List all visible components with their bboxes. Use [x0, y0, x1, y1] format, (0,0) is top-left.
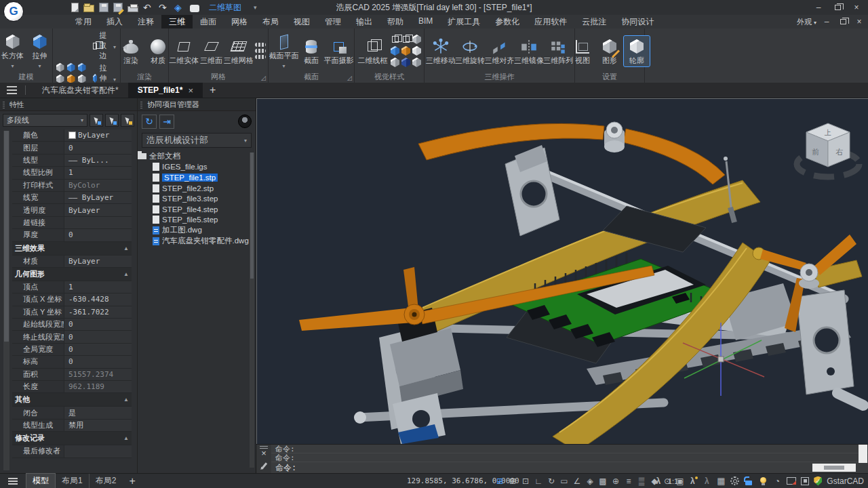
- command-grip-icon[interactable]: [260, 446, 268, 447]
- mirror3d-button[interactable]: 三维镜像: [515, 36, 542, 66]
- print-icon[interactable]: [127, 6, 138, 12]
- edge-mesh-icon[interactable]: [255, 49, 266, 53]
- osnap-icon[interactable]: ◈: [584, 476, 596, 486]
- menu-tab[interactable]: 插入: [99, 15, 130, 29]
- tree-item[interactable]: STEP_file1.stp: [138, 172, 256, 183]
- layout-tab[interactable]: 布局2: [90, 474, 123, 488]
- property-row[interactable]: 最后修改者: [12, 445, 132, 458]
- visual-style-swatch[interactable]: [392, 36, 399, 43]
- property-row[interactable]: 三维效果 ▲: [12, 242, 132, 256]
- property-row[interactable]: 面积 51557.2374: [12, 369, 132, 381]
- new-layout-button[interactable]: +: [129, 475, 135, 487]
- transparency-icon[interactable]: ▒: [635, 476, 648, 486]
- mesh3d-button[interactable]: 三维网格: [226, 36, 252, 66]
- tree-item[interactable]: STEP_file2.stp: [138, 183, 256, 194]
- appearance-menu[interactable]: 外观 ▾: [797, 17, 816, 27]
- menu-tab[interactable]: BIM: [411, 15, 440, 29]
- tree-item[interactable]: 全部文档: [138, 151, 256, 162]
- fullscreen-icon[interactable]: [801, 477, 809, 485]
- doc-close-button[interactable]: ×: [853, 16, 865, 28]
- tree-item[interactable]: STEP_file5.step: [138, 215, 256, 226]
- flatshot-button[interactable]: 平面摄影: [326, 36, 352, 66]
- organization-select[interactable]: 浩辰机械设计部▾: [142, 133, 252, 148]
- save-as-icon[interactable]: [113, 3, 123, 12]
- array3d-button[interactable]: 三维阵列: [545, 36, 572, 66]
- command-input[interactable]: 命令:: [271, 462, 868, 474]
- visual-style-swatch[interactable]: [412, 35, 421, 44]
- subtract-icon[interactable]: [67, 63, 75, 72]
- menu-tab[interactable]: 视图: [286, 15, 317, 29]
- property-row[interactable]: 其他 ▲: [12, 393, 132, 407]
- status-menu-icon[interactable]: [8, 481, 18, 482]
- center-snap-icon[interactable]: ⊕: [610, 476, 622, 486]
- display-warning-icon[interactable]: [787, 477, 796, 485]
- open-file-icon[interactable]: [83, 5, 94, 12]
- visual-style-swatch[interactable]: [403, 36, 410, 43]
- command-hscrollbar[interactable]: [812, 464, 856, 472]
- table-icon[interactable]: [716, 476, 726, 486]
- comment-icon[interactable]: [190, 5, 199, 12]
- property-row[interactable]: 材质 ByLayer: [12, 256, 132, 268]
- menu-tab[interactable]: 云批注: [574, 15, 614, 29]
- property-row[interactable]: 线型生成 禁用: [12, 420, 132, 432]
- select-object-button[interactable]: [90, 114, 103, 127]
- visual-style-swatch[interactable]: [391, 58, 399, 67]
- minimize-button[interactable]: –: [810, 1, 827, 14]
- hatch-display-icon[interactable]: ▩: [597, 476, 609, 486]
- dialog-launcher-icon[interactable]: ◿: [261, 73, 266, 83]
- move3d-button[interactable]: 三维移动: [427, 36, 454, 66]
- property-row[interactable]: 长度 962.1189: [12, 381, 132, 393]
- menu-tab[interactable]: 帮助: [380, 15, 411, 29]
- face3d-button[interactable]: 三维面: [199, 36, 224, 66]
- property-row[interactable]: 终止线段宽度 0: [12, 331, 132, 343]
- polar-tracking-icon[interactable]: ↻: [545, 476, 557, 486]
- menu-tab[interactable]: 常用: [68, 15, 99, 29]
- doc-menu-icon[interactable]: [7, 89, 17, 91]
- solid2d-button[interactable]: 二维实体: [171, 36, 197, 66]
- box-button[interactable]: 长方体: [0, 31, 26, 71]
- save-icon[interactable]: [99, 3, 108, 12]
- visual-style-swatch[interactable]: [412, 46, 421, 56]
- layout-tab[interactable]: 模型: [26, 473, 56, 488]
- menu-tab[interactable]: 输出: [349, 15, 380, 29]
- revolved-mesh-icon[interactable]: [255, 43, 266, 47]
- property-row[interactable]: 标高 0: [12, 356, 132, 368]
- properties-scrollbar[interactable]: [3, 131, 9, 470]
- section-button[interactable]: 截面: [298, 36, 324, 66]
- extract-edges-button[interactable]: 提取边: [91, 30, 118, 62]
- wireframe2d-button[interactable]: 二维线框: [357, 36, 389, 66]
- annotation-person-icon[interactable]: [654, 476, 663, 486]
- property-row[interactable]: 线型 —— ByL...: [12, 155, 132, 167]
- close-button[interactable]: ×: [848, 1, 865, 14]
- tree-item[interactable]: IGES_file.igs: [138, 162, 256, 173]
- property-row[interactable]: 超链接: [12, 217, 132, 229]
- visual-style-swatch[interactable]: [391, 46, 399, 56]
- property-row[interactable]: 厚度 0: [12, 229, 132, 241]
- performance-gauge-icon[interactable]: [772, 476, 782, 486]
- project-scrollbar[interactable]: [250, 152, 254, 468]
- menu-tab[interactable]: 注释: [130, 15, 161, 29]
- intersect-icon[interactable]: [78, 63, 86, 72]
- property-row[interactable]: 顶点 Y 坐标 -361.7022: [12, 306, 132, 319]
- graphics-button[interactable]: 图形: [597, 36, 623, 66]
- menu-tab[interactable]: 应用软件: [527, 15, 574, 29]
- project-manager-header[interactable]: 协同项目管理器: [138, 98, 256, 111]
- menu-tab[interactable]: 曲面: [193, 15, 224, 29]
- property-row[interactable]: 线型比例 1: [12, 167, 132, 179]
- snap-grid-icon[interactable]: ⊞: [507, 476, 519, 486]
- sync-button[interactable]: ↻: [142, 115, 157, 129]
- view-button[interactable]: 视图: [570, 36, 595, 66]
- property-row[interactable]: 几何图形 ▲: [12, 268, 132, 281]
- import-file-button[interactable]: ⇥: [159, 115, 174, 129]
- user-avatar[interactable]: [238, 115, 252, 128]
- grid-display-icon[interactable]: ⊞: [494, 476, 506, 486]
- menu-tab[interactable]: 管理: [317, 15, 349, 29]
- object-type-select[interactable]: 多段线▾: [3, 114, 87, 127]
- align3d-button[interactable]: 三维对齐: [486, 36, 513, 66]
- menu-tab[interactable]: 网格: [224, 15, 255, 29]
- menu-tab[interactable]: 协同设计: [614, 15, 661, 29]
- ortho-mode-icon[interactable]: ∟: [532, 476, 545, 486]
- lineweight-icon[interactable]: ≡: [623, 476, 635, 486]
- property-row[interactable]: 打印样式 ByColor: [12, 180, 132, 192]
- command-vscrollbar[interactable]: [859, 445, 867, 463]
